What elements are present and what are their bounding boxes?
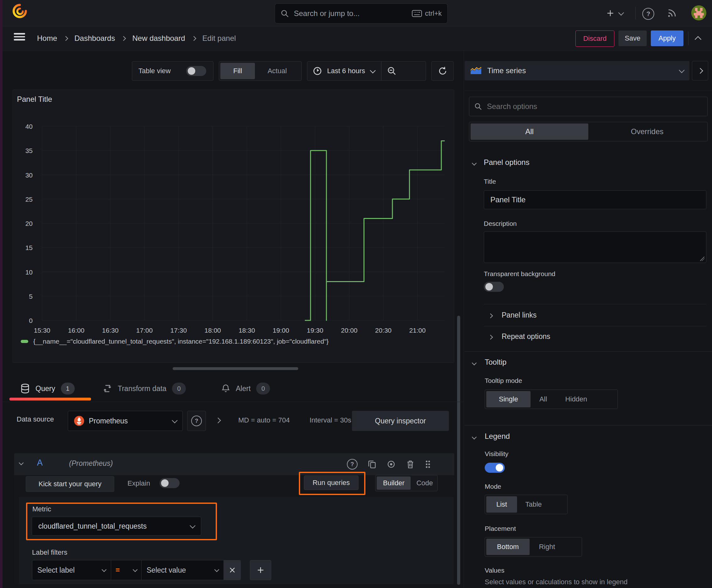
grafana-edit-panel: Search or jump to... ctrl+k [0,0,712,588]
timeseries-chart[interactable]: 051015202530354015:3016:0016:3017:0017:3… [13,89,454,338]
datasource-picker[interactable]: Prometheus [68,411,183,431]
chevron-down-icon [172,417,177,423]
tab-alert-label: Alert [236,384,251,393]
chevron-right-icon [121,36,126,41]
explain-toggle[interactable] [159,478,179,488]
panel-links-section[interactable]: Panel links [502,311,537,319]
table-view-control: Table view [132,61,214,81]
svg-text:21:00: 21:00 [409,327,426,334]
tab-query[interactable]: Query 1 [20,381,75,396]
keyboard-icon [412,10,422,17]
svg-text:35: 35 [25,147,33,154]
series-label[interactable]: {__name__="cloudflared_tunnel_total_requ… [33,338,329,345]
tooltip-mode-hidden[interactable]: Hidden [556,391,597,407]
builder-option[interactable]: Builder [377,477,411,490]
avatar[interactable] [691,5,706,20]
run-queries-button[interactable]: Run queries [304,476,359,490]
repeat-options-section[interactable]: Repeat options [502,332,550,341]
explain-label: Explain [127,479,150,487]
scrollbar[interactable] [457,316,460,585]
table-view-toggle[interactable] [186,66,206,76]
copy-icon[interactable] [368,460,376,469]
breadcrumb-home[interactable]: Home [37,34,57,43]
datasource-help-button[interactable] [187,411,206,431]
svg-text:18:00: 18:00 [204,327,221,334]
help-icon[interactable] [642,8,654,20]
apply-button[interactable]: Apply [651,30,684,46]
tooltip-mode-single[interactable]: Single [486,391,531,407]
panel-options-heading[interactable]: Panel options [484,158,529,167]
refresh-icon [438,66,447,76]
add-filter-button[interactable] [250,560,271,580]
search-options-box[interactable] [469,97,708,116]
remove-filter-button[interactable] [224,560,241,580]
tooltip-heading[interactable]: Tooltip [485,358,506,366]
visibility-toggle[interactable] [485,463,505,473]
query-inspector-button[interactable]: Query inspector [352,411,449,431]
add-menu-button[interactable] [606,7,623,19]
add-icon [257,566,264,574]
panel-title-input[interactable] [484,190,706,209]
eye-icon[interactable] [386,460,396,469]
zoom-out-icon[interactable] [387,66,396,76]
code-option[interactable]: Code [411,477,438,490]
transparent-bg-toggle[interactable] [484,282,504,292]
discard-button[interactable]: Discard [576,30,614,47]
metric-label: Metric [33,505,51,513]
placement-bottom[interactable]: Bottom [486,539,530,555]
placement-right[interactable]: Right [530,539,564,555]
select-label-dropdown[interactable]: Select label [32,560,111,580]
chart-legend[interactable]: {__name__="cloudflared_tunnel_total_requ… [21,337,329,346]
trash-icon[interactable] [406,460,415,469]
expand-stats-icon[interactable] [215,417,221,423]
tab-transform[interactable]: Transform data 0 [103,381,186,396]
series-swatch [21,340,28,343]
news-icon[interactable] [667,7,677,18]
help-icon[interactable] [347,459,358,469]
datasource-value: Prometheus [89,417,173,425]
time-range-picker[interactable]: Last 6 hours [327,67,365,75]
tab-overrides[interactable]: Overrides [588,123,706,140]
pane-resize-handle[interactable] [173,367,298,370]
chevron-down-icon [190,523,195,528]
collapse-section-icon[interactable] [472,161,477,166]
tooltip-mode-all[interactable]: All [531,391,556,407]
kick-start-button[interactable]: Kick start your query [26,476,114,492]
operator-dropdown[interactable]: = [111,560,142,580]
svg-text:19:30: 19:30 [307,327,323,334]
select-value-dropdown[interactable]: Select value [142,560,224,580]
global-search[interactable]: Search or jump to... ctrl+k [275,3,448,24]
svg-text:5: 5 [29,293,33,300]
values-label: Values [485,567,504,574]
breadcrumb-new-dashboard[interactable]: New dashboard [132,34,185,43]
search-options-input[interactable] [486,102,702,111]
collapse-options-button[interactable] [692,61,708,80]
add-icon [606,9,615,18]
description-textarea[interactable] [484,231,706,263]
table-view-label: Table view [138,67,171,75]
refresh-button[interactable] [431,61,454,81]
menu-icon[interactable] [14,31,25,42]
legend-mode-table[interactable]: Table [517,496,550,512]
chevron-right-icon [488,313,493,318]
fill-option[interactable]: Fill [220,63,255,79]
chevron-right-icon [697,68,703,74]
metric-select[interactable]: cloudflared_tunnel_total_requests [32,517,201,536]
viz-picker[interactable]: Time series [465,61,689,80]
actual-option[interactable]: Actual [255,63,300,79]
collapse-section-icon[interactable] [472,435,477,440]
svg-text:20:00: 20:00 [341,327,358,334]
title-label: Title [484,178,496,185]
breadcrumb-dashboards[interactable]: Dashboards [74,34,115,43]
svg-text:18:30: 18:30 [239,327,255,334]
drag-handle-icon[interactable] [425,460,431,469]
collapse-section-icon[interactable] [472,361,477,365]
grafana-logo-icon[interactable] [13,4,27,18]
tab-all[interactable]: All [471,123,588,140]
save-button[interactable]: Save [619,30,647,46]
tab-alert[interactable]: Alert 0 [221,381,270,396]
legend-mode-list[interactable]: List [486,496,517,512]
svg-text:17:00: 17:00 [136,327,153,334]
query-ref-id[interactable]: A [37,458,43,468]
legend-heading[interactable]: Legend [485,432,510,441]
